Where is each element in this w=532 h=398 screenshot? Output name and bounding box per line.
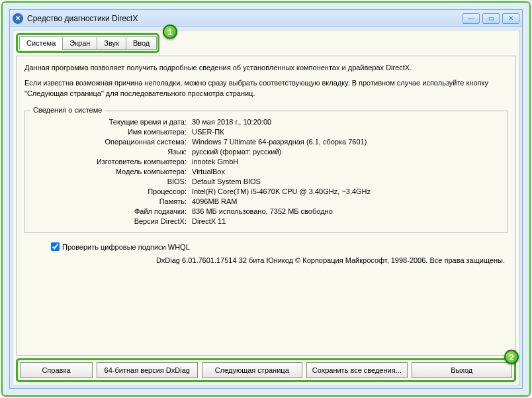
exit-button[interactable]: Выход <box>412 362 513 378</box>
memory-label: Память: <box>33 197 192 205</box>
intro-line-1: Данная программа позволяет получить подр… <box>24 63 508 73</box>
tab-input[interactable]: Ввод <box>126 36 157 50</box>
memory-value: 4096MB RAM <box>192 197 499 205</box>
datetime-value: 30 мая 2018 г., 10:20:00 <box>192 118 499 126</box>
model-label: Модель компьютера: <box>33 168 192 175</box>
cpu-label: Процессор: <box>33 187 192 195</box>
system-info-groupbox: Сведения о системе Текущие время и дата:… <box>24 111 508 233</box>
computer-value: USER-ПК <box>192 128 499 136</box>
lang-label: Язык: <box>33 148 192 156</box>
minimize-button[interactable]: — <box>463 13 480 24</box>
tab-sound[interactable]: Звук <box>97 36 126 50</box>
help-button[interactable]: Справка <box>20 362 93 378</box>
dx-label: Версия DirectX: <box>33 217 192 225</box>
dx-value: DirectX 11 <box>192 217 499 225</box>
annotation-marker-1: 1 <box>163 25 177 39</box>
maximize-button[interactable]: ▭ <box>482 13 500 24</box>
tab-system[interactable]: Система <box>19 36 63 50</box>
64bit-button[interactable]: 64-битная версия DxDiag <box>97 362 198 378</box>
tab-strip: Система Экран Звук Ввод <box>16 33 159 53</box>
bios-label: BIOS: <box>33 177 192 185</box>
lang-value: русский (формат: русский) <box>192 148 499 156</box>
button-bar: Справка 64-битная версия DxDiag Следующа… <box>16 358 516 382</box>
computer-label: Имя компьютера: <box>33 128 192 136</box>
manufacturer-value: innotek GmbH <box>192 158 499 166</box>
system-panel: Данная программа позволяет получить подр… <box>16 56 516 356</box>
whql-checkbox-label: Проверить цифровые подписи WHQL <box>62 243 190 251</box>
manufacturer-label: Изготовитель компьютера: <box>33 158 192 166</box>
titlebar: Средство диагностики DirectX — ▭ ✕ <box>10 10 522 27</box>
tab-display[interactable]: Экран <box>62 36 97 50</box>
next-page-button[interactable]: Следующая страница <box>202 362 303 378</box>
model-value: VirtualBox <box>192 168 499 175</box>
annotation-marker-2: 2 <box>504 350 519 364</box>
window-title: Средство диагностики DirectX <box>27 14 463 23</box>
bios-value: Default System BIOS <box>192 177 499 185</box>
dxdiag-window: Средство диагностики DirectX — ▭ ✕ Систе… <box>9 9 523 389</box>
os-label: Операционная система: <box>33 138 192 146</box>
whql-checkbox-row[interactable]: Проверить цифровые подписи WHQL <box>51 242 508 251</box>
save-all-button[interactable]: Сохранить все сведения... <box>306 362 408 378</box>
pagefile-value: 836 МБ использовано, 7352 МБ свободно <box>192 207 499 215</box>
app-icon <box>13 13 23 24</box>
cpu-value: Intel(R) Core(TM) i5-4670K CPU @ 3.40GHz… <box>192 187 499 195</box>
whql-checkbox[interactable] <box>51 242 60 251</box>
groupbox-legend: Сведения о системе <box>30 106 105 114</box>
os-value: Windows 7 Ultimate 64-разрядная (6.1, сб… <box>192 138 499 146</box>
intro-line-2: Если известна возможная причина неполадк… <box>24 78 508 99</box>
datetime-label: Текущие время и дата: <box>33 118 192 126</box>
pagefile-label: Файл подкачки: <box>33 207 192 215</box>
close-button[interactable]: ✕ <box>502 13 519 24</box>
dxdiag-version-footer: DxDiag 6.01.7601.17514 32 бита Юникод © … <box>24 256 508 264</box>
